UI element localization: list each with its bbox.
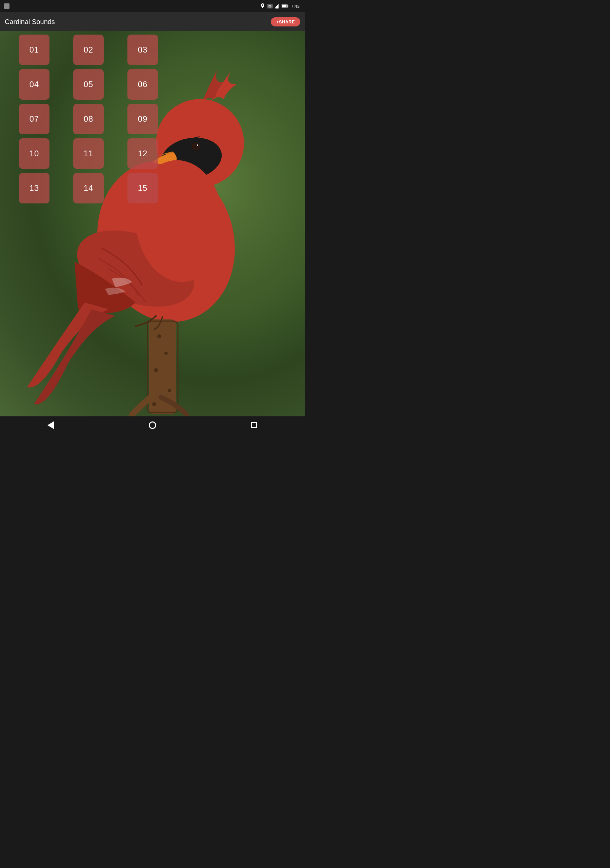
status-bar-left (4, 3, 9, 9)
svg-rect-1 (276, 6, 277, 8)
home-icon (149, 422, 156, 429)
sound-button-01[interactable]: 01 (19, 34, 50, 65)
battery-icon (282, 4, 288, 8)
status-icons: lte 7:43 (261, 3, 300, 9)
svg-rect-5 (287, 5, 288, 7)
sound-button-08[interactable]: 08 (73, 104, 104, 134)
sound-button-14[interactable]: 14 (73, 173, 104, 203)
sound-button-06[interactable]: 06 (127, 69, 158, 100)
svg-rect-3 (278, 4, 279, 8)
svg-rect-2 (277, 5, 278, 8)
sound-button-05[interactable]: 05 (73, 69, 104, 100)
sound-button-11[interactable]: 11 (73, 138, 104, 169)
sound-button-10[interactable]: 10 (19, 138, 50, 169)
clock-time: 7:43 (291, 4, 300, 9)
buttons-overlay: 01 02 03 04 05 06 07 08 09 10 11 12 13 1… (0, 31, 305, 416)
recent-icon (251, 422, 257, 428)
sound-button-02[interactable]: 02 (73, 34, 104, 65)
sound-button-04[interactable]: 04 (19, 69, 50, 100)
main-content: 01 02 03 04 05 06 07 08 09 10 11 12 13 1… (0, 31, 305, 416)
sound-button-15[interactable]: 15 (127, 173, 158, 203)
nav-bar (0, 416, 305, 434)
lte-badge: lte (267, 4, 273, 8)
sound-button-12[interactable]: 12 (127, 138, 158, 169)
sound-button-13[interactable]: 13 (19, 173, 50, 203)
sound-button-09[interactable]: 09 (127, 104, 158, 134)
back-icon (48, 421, 54, 429)
svg-rect-6 (282, 5, 286, 8)
signal-icon (275, 4, 280, 8)
share-button[interactable]: +SHARE (271, 17, 300, 26)
status-bar: lte 7:43 (0, 0, 305, 12)
nav-home-button[interactable] (146, 418, 159, 432)
svg-rect-0 (275, 7, 276, 8)
location-icon (261, 3, 265, 9)
app-title: Cardinal Sounds (5, 18, 265, 26)
app-icon (4, 3, 9, 9)
nav-recent-button[interactable] (248, 418, 261, 432)
top-bar: Cardinal Sounds +SHARE (0, 12, 305, 31)
sound-button-07[interactable]: 07 (19, 104, 50, 134)
sound-button-03[interactable]: 03 (127, 34, 158, 65)
nav-back-button[interactable] (44, 418, 57, 432)
